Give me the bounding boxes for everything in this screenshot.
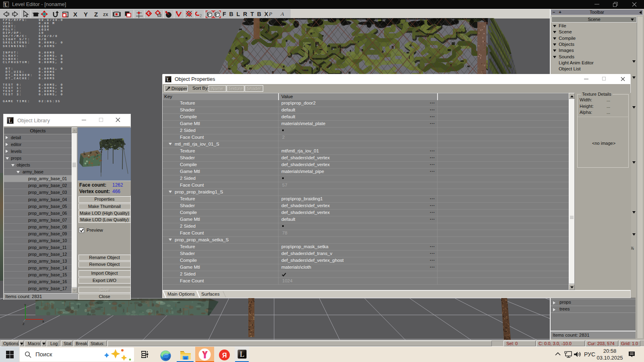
svg-text:2: 2 [200, 14, 202, 18]
svg-text:Z: Z [23, 322, 25, 325]
svg-text:X: X [42, 320, 44, 323]
svg-text:X: X [73, 11, 77, 18]
svg-text:zx: zx [103, 12, 108, 17]
svg-text:Y: Y [24, 303, 26, 307]
svg-text:Y: Y [84, 11, 88, 18]
svg-text:Z: Z [94, 11, 98, 18]
svg-text:Я: Я [222, 352, 227, 359]
